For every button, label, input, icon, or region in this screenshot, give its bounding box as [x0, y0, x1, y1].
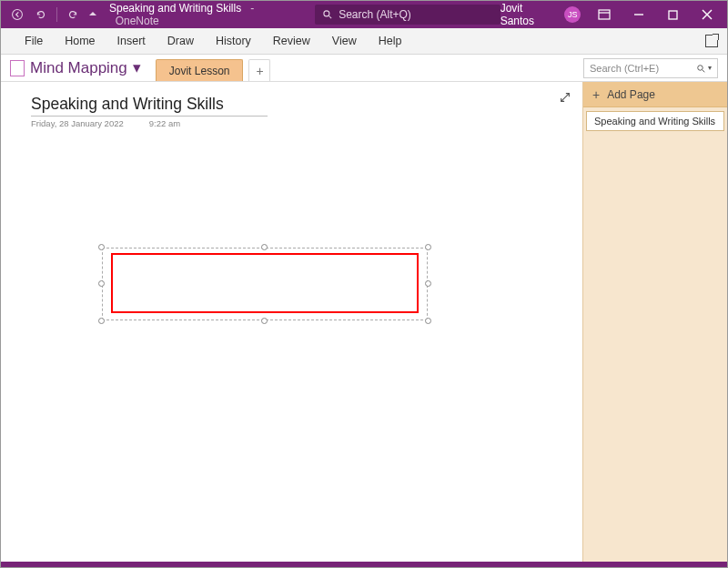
svg-rect-3 [599, 10, 610, 19]
close-button[interactable] [691, 1, 723, 28]
tab-home-label: Home [65, 35, 95, 47]
maximize-button[interactable] [657, 1, 690, 28]
expand-page-button[interactable] [559, 91, 571, 107]
customize-qat-button[interactable] [86, 4, 100, 25]
app-name: OneNote [116, 15, 159, 27]
status-bar [1, 562, 727, 567]
body: Speaking and Writing Skills Friday, 28 J… [1, 82, 727, 562]
resize-handle-bottom-left[interactable] [98, 318, 105, 324]
svg-point-0 [13, 10, 23, 20]
tab-help[interactable]: Help [368, 28, 413, 54]
window-title: Speaking and Writing Skills - OneNote [109, 2, 302, 27]
resize-handle-bottom-right[interactable] [425, 318, 431, 324]
section-tab-right: Search (Ctrl+E) ▾ [583, 58, 727, 81]
plus-icon: + [592, 87, 600, 102]
svg-point-1 [324, 11, 329, 16]
svg-point-9 [698, 65, 703, 70]
minimize-button[interactable] [622, 1, 655, 28]
tab-view-label: View [332, 35, 357, 47]
toolbar-separator [56, 7, 57, 22]
tab-review[interactable]: Review [262, 28, 321, 54]
avatar: JS [564, 6, 581, 23]
resize-handle-top-right[interactable] [425, 244, 431, 250]
tab-home[interactable]: Home [54, 28, 106, 54]
page-title[interactable]: Speaking and Writing Skills [31, 95, 268, 114]
notebook-picker[interactable]: Mind Mapping ▾ [12, 58, 147, 81]
notebook-icon [12, 61, 25, 76]
drawn-rectangle[interactable] [111, 253, 419, 313]
quick-access-toolbar [1, 4, 100, 25]
search-dropdown-icon: ▾ [696, 64, 712, 74]
back-button[interactable] [6, 4, 28, 25]
ribbon-display-button[interactable] [588, 1, 621, 28]
resize-handle-left[interactable] [98, 280, 105, 287]
page-list-panel: + Add Page Speaking and Writing Skills [582, 82, 727, 562]
avatar-initials: JS [568, 10, 578, 19]
resize-handle-top[interactable] [261, 244, 268, 250]
redo-button[interactable] [62, 4, 84, 25]
section-search-placeholder: Search (Ctrl+E) [590, 63, 659, 74]
title-underline [31, 116, 268, 117]
undo-button[interactable] [30, 4, 52, 25]
tab-file-label: File [25, 35, 43, 47]
section-search[interactable]: Search (Ctrl+E) ▾ [583, 58, 718, 78]
fullscreen-icon [705, 35, 718, 47]
page-list-item-label: Speaking and Writing Skills [594, 116, 715, 127]
titlebar-right: Jovit Santos JS [500, 1, 727, 28]
notebook-name: Mind Mapping [30, 59, 127, 77]
global-search[interactable]: Search (Alt+Q) [315, 5, 500, 25]
user-name: Jovit Santos [500, 2, 560, 27]
user-account[interactable]: Jovit Santos JS [500, 2, 581, 27]
add-page-button[interactable]: + Add Page [583, 82, 727, 107]
tab-view[interactable]: View [321, 28, 368, 54]
page-list-item[interactable]: Speaking and Writing Skills [586, 111, 724, 131]
page-title-container[interactable]: Speaking and Writing Skills [31, 95, 268, 117]
global-search-placeholder: Search (Alt+Q) [339, 8, 411, 21]
tab-file[interactable]: File [14, 28, 54, 54]
resize-handle-top-left[interactable] [98, 244, 105, 250]
page-date: Friday, 28 January 2022 [31, 118, 124, 128]
section-tab[interactable]: Jovit Lesson [156, 59, 244, 81]
section-tab-row: Mind Mapping ▾ Jovit Lesson + Search (Ct… [1, 55, 727, 82]
add-page-label: Add Page [607, 88, 655, 101]
section-tab-label: Jovit Lesson [169, 65, 230, 77]
svg-line-10 [703, 69, 704, 71]
resize-handle-right[interactable] [425, 280, 431, 287]
tab-draw-label: Draw [167, 35, 194, 47]
svg-line-2 [329, 16, 332, 19]
title-bar: Speaking and Writing Skills - OneNote Se… [1, 1, 727, 28]
chevron-down-icon: ▾ [133, 58, 141, 77]
tab-insert-label: Insert [117, 35, 146, 47]
tab-history-label: History [216, 35, 251, 47]
ribbon-tabs: File Home Insert Draw History Review Vie… [1, 28, 727, 55]
resize-handle-bottom[interactable] [261, 318, 268, 324]
svg-rect-6 [669, 11, 677, 19]
page-time: 9:22 am [149, 118, 180, 128]
tab-draw[interactable]: Draw [157, 28, 205, 54]
onenote-app: Speaking and Writing Skills - OneNote Se… [0, 0, 728, 568]
tab-review-label: Review [273, 35, 310, 47]
tab-insert[interactable]: Insert [106, 28, 157, 54]
tab-help-label: Help [379, 35, 402, 47]
document-title: Speaking and Writing Skills [109, 2, 241, 15]
selected-object[interactable] [102, 248, 428, 320]
fullscreen-button[interactable] [705, 35, 727, 47]
page-metadata: Friday, 28 January 2022 9:22 am [31, 118, 180, 128]
add-section-button[interactable]: + [248, 59, 270, 81]
tab-history[interactable]: History [205, 28, 262, 54]
search-icon [322, 9, 333, 20]
page-canvas[interactable]: Speaking and Writing Skills Friday, 28 J… [1, 82, 582, 562]
